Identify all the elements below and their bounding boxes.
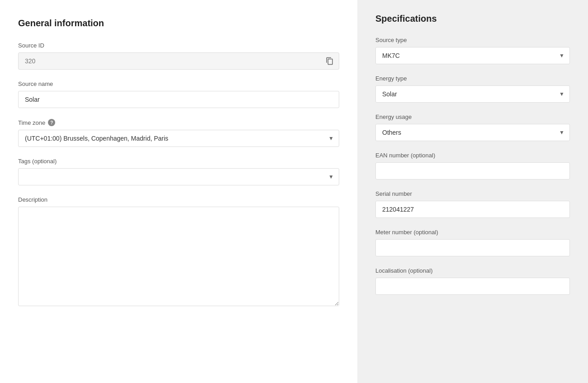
energy-usage-select[interactable]: Others Production Consumption <box>375 124 570 141</box>
meter-number-group: Meter number (optional) <box>375 229 570 256</box>
description-label: Description <box>18 196 339 203</box>
meter-number-input[interactable] <box>375 239 570 256</box>
tags-group: Tags (optional) ▼ <box>18 158 339 185</box>
right-panel: Specifications Source type MK7C MK8C MK9… <box>357 0 588 383</box>
localisation-input[interactable] <box>375 278 570 295</box>
localisation-label: Localisation (optional) <box>375 267 570 274</box>
source-type-label: Source type <box>375 37 570 43</box>
copy-icon[interactable] <box>326 57 334 65</box>
energy-type-select[interactable]: Solar Wind Gas Electric <box>375 85 570 103</box>
source-id-input[interactable] <box>18 52 339 70</box>
source-name-group: Source name <box>18 80 339 108</box>
ean-number-input[interactable] <box>375 162 570 180</box>
serial-number-input[interactable] <box>375 201 570 218</box>
source-id-label: Source ID <box>18 42 339 49</box>
energy-type-label: Energy type <box>375 75 570 82</box>
time-zone-select-wrapper: (UTC+01:00) Brussels, Copenhagen, Madrid… <box>18 130 339 147</box>
energy-usage-select-wrapper: Others Production Consumption ▼ <box>375 124 570 141</box>
time-zone-help-icon[interactable]: ? <box>48 119 55 126</box>
time-zone-select[interactable]: (UTC+01:00) Brussels, Copenhagen, Madrid… <box>18 130 339 147</box>
energy-type-group: Energy type Solar Wind Gas Electric ▼ <box>375 75 570 103</box>
source-id-wrapper <box>18 52 339 70</box>
ean-number-group: EAN number (optional) <box>375 152 570 180</box>
energy-type-select-wrapper: Solar Wind Gas Electric ▼ <box>375 85 570 103</box>
serial-number-label: Serial number <box>375 190 570 197</box>
page-container: General information Source ID Source nam… <box>0 0 588 383</box>
time-zone-label: Time zone ? <box>18 119 339 126</box>
source-type-select-wrapper: MK7C MK8C MK9C ▼ <box>375 47 570 64</box>
general-info-title: General information <box>18 18 339 28</box>
tags-label: Tags (optional) <box>18 158 339 165</box>
left-panel: General information Source ID Source nam… <box>0 0 357 383</box>
tags-select-wrapper: ▼ <box>18 168 339 185</box>
source-type-group: Source type MK7C MK8C MK9C ▼ <box>375 37 570 64</box>
energy-usage-group: Energy usage Others Production Consumpti… <box>375 113 570 141</box>
time-zone-group: Time zone ? (UTC+01:00) Brussels, Copenh… <box>18 119 339 147</box>
source-name-label: Source name <box>18 80 339 87</box>
meter-number-label: Meter number (optional) <box>375 229 570 236</box>
ean-number-label: EAN number (optional) <box>375 152 570 159</box>
source-id-group: Source ID <box>18 42 339 70</box>
description-group: Description <box>18 196 339 307</box>
source-name-input[interactable] <box>18 91 339 108</box>
energy-usage-label: Energy usage <box>375 113 570 120</box>
specifications-title: Specifications <box>375 14 570 24</box>
source-type-select[interactable]: MK7C MK8C MK9C <box>375 47 570 64</box>
description-textarea[interactable] <box>18 207 339 306</box>
localisation-group: Localisation (optional) <box>375 267 570 295</box>
serial-number-group: Serial number <box>375 190 570 218</box>
tags-select[interactable] <box>18 168 339 185</box>
